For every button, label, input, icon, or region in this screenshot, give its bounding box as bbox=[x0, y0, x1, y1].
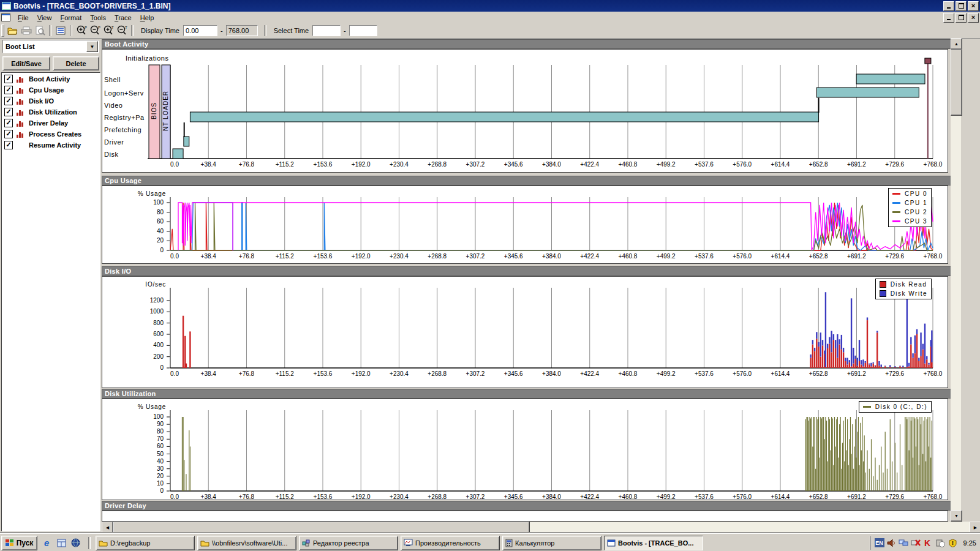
svg-text:+38.4: +38.4 bbox=[201, 370, 217, 377]
panel-title: Disk I/O bbox=[105, 268, 131, 275]
report-list-button[interactable] bbox=[54, 24, 67, 37]
svg-text:+384.0: +384.0 bbox=[542, 493, 561, 500]
panel-header-driver-delay[interactable]: Driver Delay bbox=[102, 501, 952, 511]
checkbox[interactable]: ✓ bbox=[4, 75, 13, 83]
task-button-d-regbackup[interactable]: D:\regbackup bbox=[96, 536, 195, 550]
kaspersky-icon[interactable]: K bbox=[923, 538, 933, 548]
boot-list-item[interactable]: ✓Cpu Usage bbox=[4, 85, 100, 95]
boot-list-item[interactable]: ✓Resume Activity bbox=[4, 140, 100, 150]
zoom-out-time-button[interactable]: P bbox=[88, 24, 102, 37]
menu-item-trace[interactable]: Trace bbox=[110, 13, 136, 23]
panel-header-disk-i-o[interactable]: Disk I/O bbox=[102, 266, 952, 276]
close-button[interactable]: × bbox=[968, 1, 979, 11]
security-shield-icon[interactable]: ! bbox=[948, 538, 958, 548]
select-time-to-input[interactable] bbox=[349, 25, 377, 36]
menu-item-format[interactable]: Format bbox=[56, 13, 86, 23]
task-button-[interactable]: Производительность bbox=[401, 536, 500, 550]
boot-list-item[interactable]: ✓Disk Utilization bbox=[4, 107, 100, 117]
checkbox[interactable]: ✓ bbox=[4, 141, 13, 149]
boot-list-dropdown[interactable]: Boot List ▼ bbox=[2, 40, 99, 53]
internet-explorer-icon[interactable]: e bbox=[42, 538, 53, 548]
boot-list-item[interactable]: ✓Boot Activity bbox=[4, 74, 100, 84]
mdi-restore-button[interactable] bbox=[956, 13, 967, 23]
chevron-down-icon[interactable]: ▼ bbox=[86, 41, 98, 52]
legend-item: CPU 3 bbox=[892, 217, 927, 225]
menu-item-view[interactable]: View bbox=[33, 13, 56, 23]
svg-text:+345.6: +345.6 bbox=[504, 493, 523, 500]
checkbox[interactable]: ✓ bbox=[4, 130, 13, 138]
svg-text:+499.2: +499.2 bbox=[657, 161, 676, 168]
select-time-from-input[interactable] bbox=[312, 25, 341, 36]
vertical-scroll-thumb[interactable] bbox=[951, 50, 962, 116]
boot-list-item[interactable]: ✓Disk I/O bbox=[4, 96, 100, 106]
menu-item-file[interactable]: File bbox=[13, 13, 33, 23]
svg-text:+422.4: +422.4 bbox=[580, 253, 599, 260]
print-preview-button[interactable] bbox=[33, 24, 47, 37]
panel-header-boot-activity[interactable]: Boot Activity bbox=[102, 39, 952, 49]
task-button-[interactable]: Редактор реестра bbox=[299, 536, 398, 550]
checkbox[interactable]: ✓ bbox=[4, 108, 13, 116]
checkbox[interactable]: ✓ bbox=[4, 119, 13, 127]
print-button[interactable] bbox=[20, 24, 33, 37]
volume-icon[interactable] bbox=[886, 538, 897, 548]
svg-text:% Usage: % Usage bbox=[138, 190, 166, 197]
browser-globe-icon[interactable] bbox=[70, 538, 81, 548]
restore-button[interactable] bbox=[956, 1, 967, 11]
menu-item-help[interactable]: Help bbox=[136, 13, 159, 23]
svg-text:0: 0 bbox=[160, 247, 164, 253]
panel-header-disk-utilization[interactable]: Disk Utilization bbox=[102, 389, 952, 399]
svg-text:+729.6: +729.6 bbox=[885, 161, 904, 168]
task-button-[interactable]: Калькулятор bbox=[502, 536, 601, 550]
outlook-icon[interactable] bbox=[56, 538, 67, 548]
boot-list-item[interactable]: ✓Driver Delay bbox=[4, 118, 100, 128]
zoom-in-time-button[interactable]: P bbox=[75, 24, 88, 37]
svg-text:Prefetching: Prefetching bbox=[104, 126, 141, 133]
language-indicator[interactable]: EN bbox=[875, 538, 884, 547]
task-scheduler-icon[interactable] bbox=[935, 538, 946, 548]
chart-icon bbox=[17, 75, 25, 83]
svg-text:+652.8: +652.8 bbox=[809, 161, 828, 168]
svg-text:+384.0: +384.0 bbox=[542, 161, 561, 168]
svg-text:+499.2: +499.2 bbox=[657, 253, 676, 260]
legend-swatch bbox=[880, 281, 886, 288]
mdi-document-icon[interactable] bbox=[1, 13, 10, 21]
start-button[interactable]: Пуск bbox=[1, 536, 37, 550]
task-button-bootvis-trace-bo[interactable]: Bootvis - [TRACE_BO... bbox=[604, 536, 703, 550]
svg-text:BIOS: BIOS bbox=[151, 102, 157, 119]
svg-text:40: 40 bbox=[157, 458, 164, 465]
svg-text:+76.8: +76.8 bbox=[239, 253, 255, 260]
svg-text:Shell: Shell bbox=[104, 76, 121, 83]
minimize-button[interactable] bbox=[943, 1, 954, 11]
svg-text:200: 200 bbox=[153, 353, 164, 360]
svg-text:60: 60 bbox=[157, 218, 164, 225]
mdi-minimize-button[interactable] bbox=[943, 13, 954, 23]
legend-swatch bbox=[892, 202, 900, 204]
delete-button[interactable]: Delete bbox=[53, 56, 99, 70]
checkbox[interactable]: ✓ bbox=[4, 86, 13, 94]
network-icon[interactable] bbox=[899, 538, 909, 548]
network-error-icon[interactable] bbox=[911, 538, 921, 548]
svg-text:+153.6: +153.6 bbox=[314, 370, 333, 377]
mdi-close-button[interactable]: × bbox=[968, 13, 979, 23]
zoom-in-button[interactable]: T bbox=[102, 24, 115, 37]
edit-save-button[interactable]: Edit/Save bbox=[2, 56, 50, 70]
checkbox[interactable]: ✓ bbox=[4, 97, 13, 105]
calculator-icon bbox=[505, 539, 513, 547]
windows-logo-icon bbox=[6, 539, 14, 547]
svg-text:Initializations: Initializations bbox=[126, 54, 168, 62]
svg-text:+729.6: +729.6 bbox=[885, 253, 904, 260]
display-time-from-input[interactable] bbox=[183, 25, 217, 36]
svg-text:600: 600 bbox=[153, 331, 164, 337]
svg-text:+729.6: +729.6 bbox=[885, 493, 904, 500]
panel-header-cpu-usage[interactable]: Cpu Usage bbox=[102, 176, 952, 186]
scroll-down-button[interactable]: ▼ bbox=[951, 510, 962, 522]
menu-item-tools[interactable]: Tools bbox=[86, 13, 110, 23]
toolbar-grip[interactable] bbox=[1, 24, 4, 37]
open-button[interactable] bbox=[6, 24, 20, 37]
scroll-up-button[interactable]: ▲ bbox=[951, 38, 962, 50]
boot-list-item[interactable]: ✓Process Creates bbox=[4, 129, 100, 139]
display-time-to-input[interactable] bbox=[226, 25, 258, 36]
task-button-obnfilesrv-software-uti[interactable]: \\obnfilesrv\software\Uti... bbox=[197, 536, 296, 550]
zoom-out-button[interactable]: T bbox=[115, 24, 129, 37]
panel-title: Driver Delay bbox=[105, 502, 146, 509]
